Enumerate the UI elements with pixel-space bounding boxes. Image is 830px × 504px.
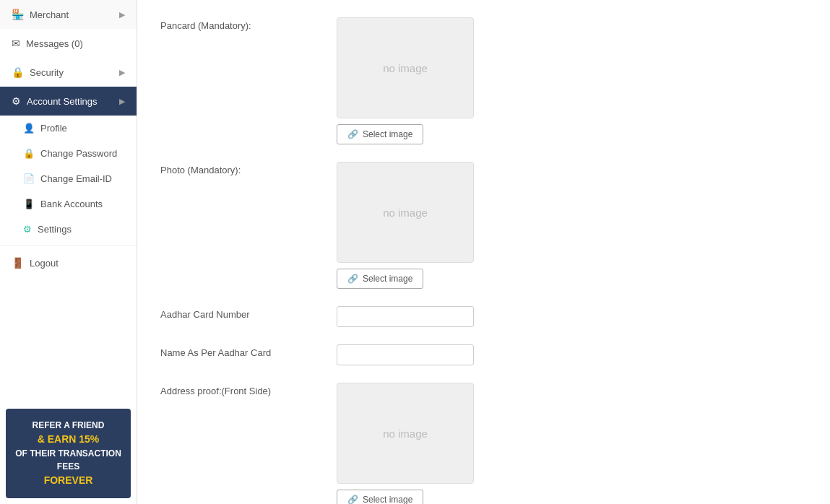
sidebar-sub-item-change-password[interactable]: 🔒 Change Password [0,141,137,166]
sidebar-sub-item-change-email[interactable]: 📄 Change Email-ID [0,166,137,191]
pancard-no-image-text: no image [383,62,428,74]
address-proof-row: Address proof:(Front Side) no image 🔗 Se… [160,383,807,504]
sidebar-item-merchant[interactable]: 🏪 Merchant ▶ [0,0,137,29]
photo-select-image-button[interactable]: 🔗 Select image [337,269,423,289]
link-icon: 🔗 [347,274,358,284]
refer-banner: REFER A FRIEND & EARN 15% OF THEIR TRANS… [6,409,131,498]
sidebar-sub-item-label: Change Password [40,148,117,159]
user-icon: 👤 [23,123,35,134]
chevron-right-icon: ▶ [119,10,125,19]
messages-icon: ✉ [12,38,20,49]
sidebar-item-label: Logout [30,258,59,269]
pancard-row: Pancard (Mandatory): no image 🔗 Select i… [160,17,807,144]
sidebar-item-label: Account Settings [27,96,98,107]
refer-line1: REFER A FRIEND [13,419,124,432]
main-content: Pancard (Mandatory): no image 🔗 Select i… [137,0,830,504]
gear-icon: ⚙ [12,95,21,107]
select-image-label: Select image [363,274,412,284]
address-proof-no-image-text: no image [383,427,428,440]
chevron-right-icon: ▶ [119,97,125,106]
email-icon: 📄 [23,173,35,184]
refer-line3: OF THEIR TRANSACTION FEES [13,447,124,473]
select-image-label: Select image [363,129,412,139]
aadhar-number-control [337,306,474,327]
address-proof-select-image-button[interactable]: 🔗 Select image [337,490,423,504]
link-icon: 🔗 [347,495,358,504]
sidebar-sub-item-label: Bank Accounts [40,199,103,209]
merchant-icon: 🏪 [12,9,24,20]
sidebar-divider [0,245,137,246]
sidebar: 🏪 Merchant ▶ ✉ Messages (0) 🔒 Security ▶… [0,0,137,504]
sidebar-sub-item-bank-accounts[interactable]: 📱 Bank Accounts [0,191,137,217]
aadhar-number-row: Aadhar Card Number [160,306,807,327]
pancard-label: Pancard (Mandatory): [160,17,319,31]
photo-image-box: no image [337,162,474,263]
photo-control: no image 🔗 Select image [337,162,474,289]
chevron-right-icon: ▶ [119,68,125,77]
sidebar-item-account-settings[interactable]: ⚙ Account Settings ▶ [0,87,137,116]
address-proof-control: no image 🔗 Select image [337,383,474,504]
aadhar-name-control [337,344,474,365]
sidebar-sub-item-label: Change Email-ID [40,173,112,184]
sidebar-sub-item-settings[interactable]: ⚙ Settings [0,217,137,242]
aadhar-number-input[interactable] [337,306,474,327]
pancard-select-image-button[interactable]: 🔗 Select image [337,124,423,144]
sidebar-item-label: Merchant [30,9,69,20]
sidebar-item-security[interactable]: 🔒 Security ▶ [0,58,137,87]
address-proof-label: Address proof:(Front Side) [160,383,319,396]
pancard-control: no image 🔗 Select image [337,17,474,144]
select-image-label: Select image [363,495,412,504]
sidebar-item-messages[interactable]: ✉ Messages (0) [0,29,137,58]
sidebar-item-label: Messages (0) [26,38,83,49]
logout-icon: 🚪 [12,257,24,269]
sidebar-item-logout[interactable]: 🚪 Logout [0,248,137,277]
lock-icon: 🔒 [12,66,24,78]
sidebar-item-label: Security [30,67,64,78]
settings-icon: ⚙ [23,224,32,235]
photo-no-image-text: no image [383,207,428,219]
lock-icon: 🔒 [23,148,35,159]
photo-row: Photo (Mandatory): no image 🔗 Select ima… [160,162,807,289]
aadhar-name-input[interactable] [337,344,474,365]
sidebar-sub-item-label: Profile [40,123,67,134]
refer-line4: FOREVER [13,473,124,488]
address-proof-image-box: no image [337,383,474,484]
aadhar-number-label: Aadhar Card Number [160,306,319,320]
refer-line2: & EARN 15% [13,432,124,447]
pancard-image-box: no image [337,17,474,118]
link-icon: 🔗 [347,129,358,139]
bank-icon: 📱 [23,199,35,209]
aadhar-name-row: Name As Per Aadhar Card [160,344,807,365]
photo-label: Photo (Mandatory): [160,162,319,175]
sidebar-sub-item-label: Settings [38,224,72,235]
sidebar-sub-item-profile[interactable]: 👤 Profile [0,116,137,141]
aadhar-name-label: Name As Per Aadhar Card [160,344,319,358]
